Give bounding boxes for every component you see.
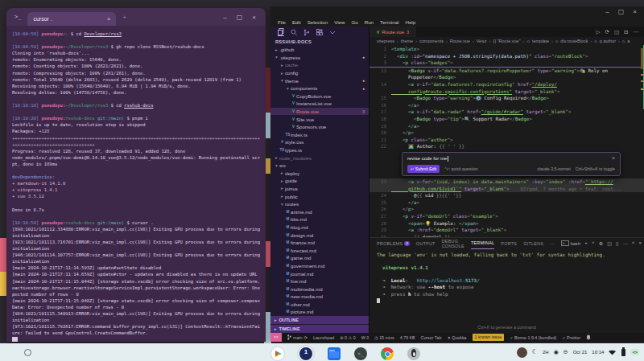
files-icon[interactable]: [328, 347, 341, 360]
code-line[interactable]: 28 <span>💡 Example: </span>: [369, 220, 644, 228]
more-icon[interactable]: ⋯: [623, 240, 628, 246]
tree-item-joinus[interactable]: ▸joinus: [270, 185, 369, 193]
menu-go[interactable]: Go: [348, 19, 361, 25]
status-item[interactable]: ⊘ 0 ⚠ 0: [340, 335, 356, 340]
chevron-down-icon[interactable]: [329, 29, 336, 36]
linux-penguin-icon[interactable]: [407, 347, 420, 360]
shell-selector[interactable]: >_bash: [561, 240, 580, 246]
tree-item-index.ts[interactable]: TSindex.ts: [270, 131, 369, 139]
section-timeline[interactable]: ▸TIMELINE: [270, 325, 369, 333]
model-label[interactable]: claude-3.5-sonnet: [537, 166, 571, 173]
terminal-tab[interactable]: cursor . ×: [27, 12, 116, 26]
status-item[interactable]: ◷ 15 mins: [374, 335, 394, 340]
menu-edit[interactable]: Edit: [289, 19, 304, 25]
code-line[interactable]: 25 </a>: [369, 199, 644, 207]
breadcrumb-item[interactable]: div.routeBlock: [560, 39, 588, 43]
code-line[interactable]: 3 <p class="badges">: [369, 59, 644, 67]
tree-item-CopyButton.vue[interactable]: VCopyButton.vue: [270, 92, 369, 101]
play-store-icon[interactable]: [271, 347, 284, 360]
status-item[interactable]: 4.73 KB: [400, 335, 415, 340]
tree-item-deploy[interactable]: ▸deploy: [270, 170, 369, 178]
tree-item-style.css[interactable]: #style.css: [270, 138, 369, 146]
code-line[interactable]: 23 <a v-for="(uid, index) in data.mainta…: [369, 178, 644, 186]
remote-indicator[interactable]: ><: [270, 333, 282, 342]
ai-input[interactable]: revise code for me: [407, 155, 448, 162]
tree-item-.github[interactable]: ▸.github: [270, 46, 369, 54]
explorer-project-title[interactable]: RSSHUB-DOCS: [270, 38, 369, 46]
explorer-icon[interactable]: [278, 28, 284, 36]
integrated-terminal[interactable]: The language 'env' is not loaded, fallin…: [369, 248, 644, 325]
chevron-up-icon[interactable]: ˄: [632, 240, 635, 246]
settings-gear-icon[interactable]: ⚙: [599, 240, 604, 246]
status-item[interactable]: ✦ Quokka: [447, 335, 466, 340]
tree-item-game.md[interactable]: Mgame.md: [270, 254, 369, 262]
tree-item-theme[interactable]: ▾theme●: [270, 76, 369, 84]
submit-edit-button[interactable]: ↵ Submit Edit: [407, 165, 440, 174]
tree-item-src[interactable]: ▾src: [270, 162, 369, 170]
terminal-icon[interactable]: [354, 347, 367, 360]
tree-item-public[interactable]: ▸public: [270, 192, 369, 200]
section-outline[interactable]: ▸OUTLINE: [270, 316, 369, 324]
bell-icon[interactable]: [586, 334, 591, 340]
code-line[interactable]: 13 <Badge v-if="data.features?.requirePu…: [369, 67, 644, 75]
code-line[interactable]: 21 <p class="author">: [369, 137, 644, 144]
menu-help[interactable]: Help: [402, 19, 419, 25]
tree-item-Route.vue[interactable]: VRoute.vue3: [270, 108, 369, 116]
tree-item-Site.vue[interactable]: VSite.vue: [270, 115, 369, 123]
tree-item-anime.md[interactable]: Manime.md: [270, 207, 369, 215]
breadcrumb-item[interactable]: Route.vue: [450, 39, 470, 43]
tree-item-forecast.md[interactable]: Mforecast.md: [270, 246, 369, 254]
terminal-titlebar[interactable]: >_ cursor . × + –▢×: [6, 8, 266, 26]
breadcrumb[interactable]: vitepress›theme›components›Route.vue›Vet…: [369, 37, 644, 45]
split-editor-icon[interactable]: ◫: [614, 29, 619, 35]
breadcrumb-item[interactable]: theme: [401, 39, 413, 43]
code-line[interactable]: config#route-specific-configurations" ta…: [369, 88, 644, 96]
1password-icon[interactable]: [298, 346, 314, 361]
code-line[interactable]: 16 </a>: [369, 102, 644, 109]
run-icon[interactable]: ▷: [596, 29, 600, 35]
breadcrumb-item[interactable]: vitepress: [377, 39, 394, 43]
code-line[interactable]: 30 {{ demoUrl }}: [369, 234, 644, 237]
code-editor[interactable]: 1<template>2 <div :id="namespace + JSON.…: [369, 45, 644, 237]
code-line[interactable]: 20 </p>: [369, 129, 644, 137]
code-line[interactable]: 14 <a v-if="data.features?.requireConfig…: [369, 81, 644, 88]
new-tab-button[interactable]: +: [122, 14, 126, 21]
back-icon[interactable]: ⟳: [605, 29, 609, 35]
menu-selection[interactable]: Selection: [304, 19, 331, 25]
toggle-layout-icon[interactable]: ⊡: [624, 29, 628, 35]
close-panel-icon[interactable]: ×: [639, 240, 642, 246]
tree-item-types.ts[interactable]: TStypes.ts: [270, 146, 369, 154]
source-control-icon[interactable]: [303, 29, 310, 36]
breadcrumb-item[interactable]: p.author: [600, 39, 616, 43]
panel-tab-terminal[interactable]: TERMINAL: [471, 238, 494, 249]
trash-icon[interactable]: ▯: [616, 240, 619, 246]
overview-ruler[interactable]: [641, 45, 644, 237]
tree-item-guide[interactable]: ▸guide: [270, 177, 369, 185]
tree-item-routes[interactable]: ▾routes: [270, 200, 369, 208]
tab-close-icon[interactable]: ×: [107, 15, 111, 23]
tree-item-multimedia.md[interactable]: Mmultimedia.md: [270, 285, 369, 293]
tree-item-node_modules[interactable]: ▸node_modules: [270, 154, 369, 162]
close-button[interactable]: ×: [252, 14, 256, 21]
extensions-icon[interactable]: [316, 29, 323, 36]
breadcrumb-item[interactable]: template: [532, 39, 549, 43]
menu-view[interactable]: View: [331, 19, 348, 25]
status-item[interactable]: Launchpad: [313, 335, 334, 340]
code-line[interactable]: 18 <Badge type="tip">🔍 Support Radar</Ba…: [369, 116, 644, 123]
breadcrumb-item[interactable]: Vetur: [477, 39, 487, 43]
code-line[interactable]: github.com/${uid}`" target="_blank"> DIY…: [369, 186, 644, 193]
code-line[interactable]: 2 <div :id="namespace + JSON.stringify(d…: [369, 53, 644, 60]
panel-tab-ports[interactable]: PORTS: [501, 238, 517, 248]
breadcrumb-item[interactable]: a: [627, 39, 630, 43]
maximize-button[interactable]: ▢: [618, 8, 625, 15]
quick-question-button[interactable]: ^↵ quick question: [444, 166, 477, 173]
tree-item-bbs.md[interactable]: Mbbs.md: [270, 215, 369, 224]
system-tray[interactable]: ☾ 2H ◉ ⊖ Oct 21 10:14 <>: [517, 347, 644, 358]
tree-item-blog.md[interactable]: Mblog.md: [270, 224, 369, 232]
panel-tab-debug-console[interactable]: DEBUG CONSOLE: [442, 238, 464, 248]
code-line[interactable]: 29 <a :href="demoUrl" target="_blank">: [369, 227, 644, 234]
status-item[interactable]: W 0: [361, 335, 369, 340]
tree-item-new-media.md[interactable]: Mnew-media.md: [270, 293, 369, 301]
split-terminal-icon[interactable]: ◫: [607, 240, 612, 246]
inline-ai-widget[interactable]: revise code for me×↵ Submit Edit^↵ quick…: [402, 152, 621, 176]
